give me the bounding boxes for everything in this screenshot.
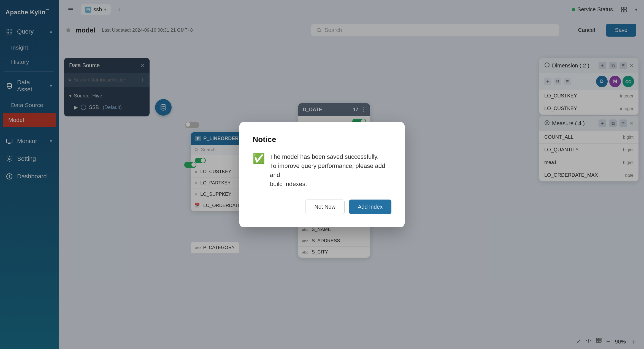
modal-title: Notice bbox=[253, 135, 391, 144]
modal-line2: To improve query performance, please add… bbox=[270, 161, 391, 179]
not-now-button[interactable]: Not Now bbox=[305, 200, 345, 214]
modal-line1: The model has been saved successfully. bbox=[270, 152, 391, 161]
modal-body: ✅ The model has been saved successfully.… bbox=[253, 152, 391, 189]
notice-modal: Notice ✅ The model has been saved succes… bbox=[239, 122, 405, 227]
modal-line3: build indexes. bbox=[270, 179, 391, 189]
modal-message: The model has been saved successfully. T… bbox=[270, 152, 391, 189]
add-index-button[interactable]: Add Index bbox=[349, 200, 391, 214]
modal-actions: Not Now Add Index bbox=[253, 200, 391, 214]
modal-overlay: Notice ✅ The model has been saved succes… bbox=[0, 0, 644, 349]
success-check-icon: ✅ bbox=[253, 153, 265, 164]
